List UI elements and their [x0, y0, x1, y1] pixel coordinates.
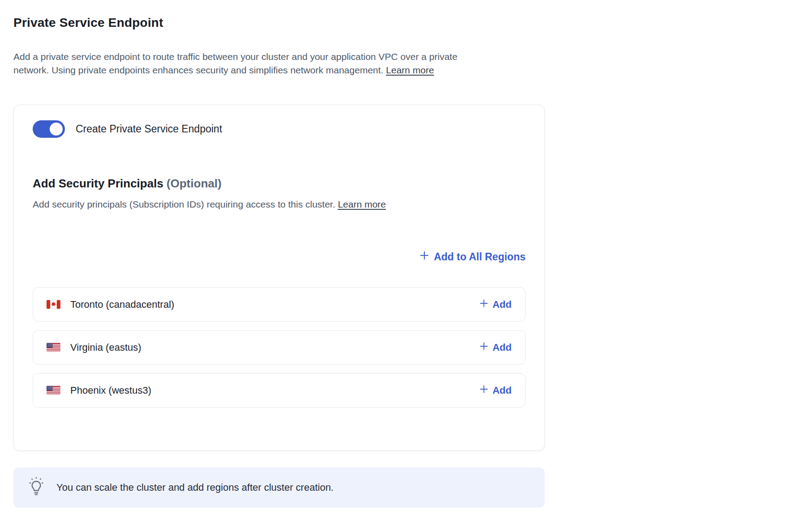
region-row-toronto: Toronto (canadacentral) Add: [33, 287, 526, 322]
add-region-phoenix-button[interactable]: Add: [479, 385, 512, 396]
page-learn-more-link[interactable]: Learn more: [386, 65, 434, 75]
region-label: Toronto (canadacentral): [70, 299, 174, 310]
toggle-knob: [50, 123, 63, 136]
create-endpoint-toggle[interactable]: [33, 120, 65, 138]
private-service-endpoint-page: Private Service Endpoint Add a private s…: [13, 0, 545, 508]
us-flag-icon: [47, 342, 60, 352]
add-to-all-regions-row: Add to All Regions: [33, 251, 526, 263]
add-region-toronto-button[interactable]: Add: [479, 299, 512, 310]
plus-icon: [479, 342, 488, 353]
security-principals-title: Add Security Principals (Optional): [33, 176, 526, 191]
us-flag-icon: [47, 385, 60, 395]
region-label: Virginia (eastus): [70, 342, 141, 353]
region-row-phoenix: Phoenix (westus3) Add: [33, 373, 526, 408]
add-region-virginia-button[interactable]: Add: [479, 342, 512, 353]
plus-icon: [479, 385, 488, 396]
optional-label: (Optional): [167, 177, 222, 190]
plus-icon: [419, 251, 429, 263]
info-banner: You can scale the cluster and add region…: [13, 467, 545, 508]
security-principals-title-text: Add Security Principals: [33, 177, 163, 190]
region-label: Phoenix (westus3): [70, 385, 151, 396]
lightbulb-icon: [26, 476, 47, 500]
plus-icon: [479, 299, 488, 310]
create-endpoint-toggle-row: Create Private Service Endpoint: [33, 120, 526, 138]
add-region-label: Add: [492, 299, 512, 310]
info-banner-text: You can scale the cluster and add region…: [56, 481, 333, 494]
add-to-all-regions-label: Add to All Regions: [434, 251, 526, 263]
region-list: Toronto (canadacentral) Add: [33, 287, 526, 408]
canada-flag-icon: [47, 299, 60, 310]
security-principals-description: Add security principals (Subscription ID…: [33, 198, 526, 211]
region-row-virginia: Virginia (eastus) Add: [33, 330, 526, 365]
add-region-label: Add: [492, 385, 512, 396]
private-endpoint-card: Create Private Service Endpoint Add Secu…: [13, 105, 545, 451]
page-description: Add a private service endpoint to route …: [13, 50, 481, 77]
security-principals-description-text: Add security principals (Subscription ID…: [33, 199, 335, 209]
page-title: Private Service Endpoint: [13, 15, 545, 30]
create-endpoint-toggle-label: Create Private Service Endpoint: [76, 123, 222, 135]
security-principals-learn-more-link[interactable]: Learn more: [338, 199, 386, 209]
add-to-all-regions-button[interactable]: Add to All Regions: [419, 251, 526, 263]
add-region-label: Add: [492, 342, 512, 353]
